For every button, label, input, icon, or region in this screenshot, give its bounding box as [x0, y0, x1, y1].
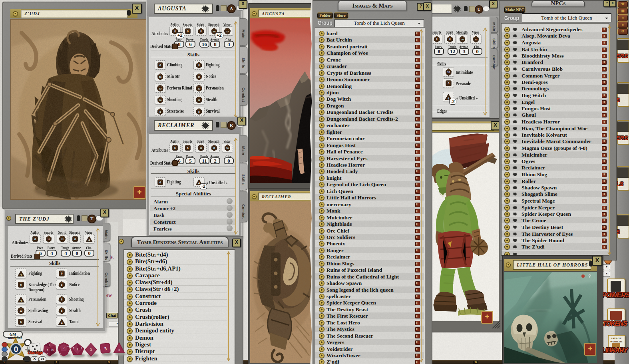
svg-text:0: 0 — [14, 345, 18, 354]
svg-text:3: 3 — [90, 348, 92, 352]
svg-text:15: 15 — [51, 349, 54, 351]
svg-text:5: 5 — [47, 348, 48, 352]
svg-text:2: 2 — [63, 346, 65, 350]
svg-text:8: 8 — [49, 344, 50, 346]
svg-text:3: 3 — [118, 348, 120, 352]
svg-text:1: 1 — [76, 347, 78, 351]
svg-text:13: 13 — [46, 352, 48, 355]
svg-text:7: 7 — [73, 346, 74, 350]
svg-text:3: 3 — [81, 347, 82, 349]
svg-text:10: 10 — [67, 346, 70, 348]
